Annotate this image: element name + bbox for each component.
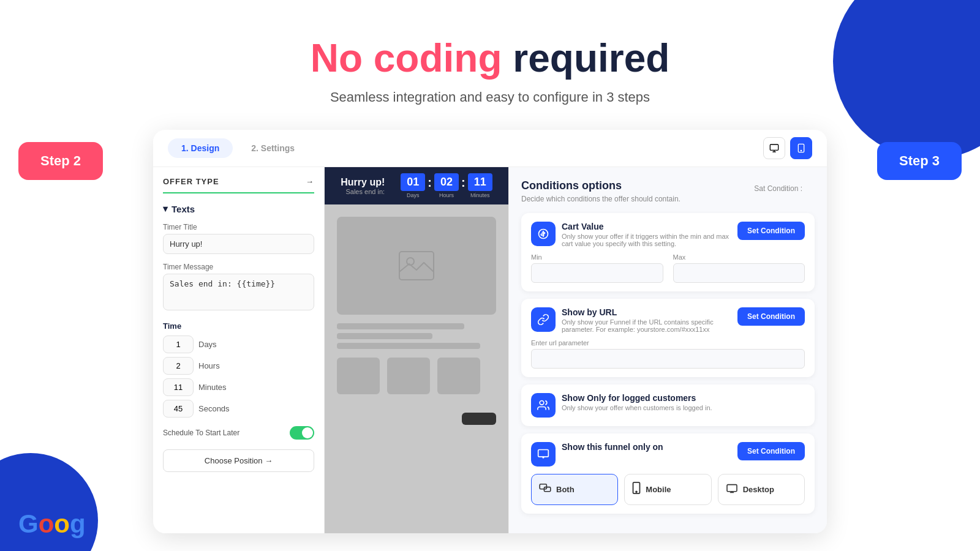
svg-rect-11: [540, 484, 546, 489]
condition-funnel-only: Show this funnel only on Set Condition B…: [521, 433, 815, 514]
cart-value-desc: Only show your offer if it triggers with…: [562, 233, 731, 247]
offer-type-header: OFFER TYPE →: [163, 177, 314, 193]
url-condition-desc: Only show your Funnel if the URL contain…: [562, 318, 731, 333]
time-row-hours: Hours: [163, 357, 314, 375]
cart-value-name: Cart Value: [562, 222, 731, 231]
funnel-icon: [531, 442, 556, 467]
time-seconds-input[interactable]: [163, 400, 194, 418]
max-input[interactable]: [673, 263, 805, 283]
time-row-seconds: Seconds: [163, 400, 314, 418]
texts-label: ▾ Texts: [163, 203, 314, 214]
step3-badge: Step 3: [877, 142, 962, 180]
timer-sep1: :: [428, 176, 432, 190]
time-days-input[interactable]: [163, 335, 194, 353]
google-o1: o: [39, 509, 55, 538]
headline-normal2: required: [513, 36, 669, 80]
time-hours-unit: Hours: [198, 361, 220, 370]
timer-message-input[interactable]: Sales end in: {{time}}: [163, 274, 314, 310]
subheadline: Seamless integration and easy to configu…: [0, 89, 980, 105]
device-options-row: Both Mobile Desktop: [531, 474, 805, 505]
svg-rect-15: [727, 485, 737, 492]
logged-condition-text: Show Only for logged customers Only show…: [562, 393, 805, 411]
both-icon: [539, 482, 551, 497]
preview-thumb-3: [437, 358, 480, 394]
conditions-subtitle: Decide which conditions the offer should…: [521, 195, 815, 203]
condition-cart-value-header: Cart Value Only show your offer if it tr…: [531, 222, 805, 247]
funnel-condition-text: Show this funnel only on: [562, 442, 731, 452]
svg-point-10: [543, 457, 544, 459]
timer-title-input[interactable]: [163, 234, 314, 254]
time-minutes-unit: Minutes: [198, 383, 227, 392]
time-row-minutes: Minutes: [163, 378, 314, 396]
timer-message-group: Timer Message Sales end in: {{time}}: [163, 263, 314, 313]
condition-cart-value: Cart Value Only show your offer if it tr…: [521, 213, 815, 291]
min-max-row: Min Max: [531, 253, 805, 283]
google-o2: o: [54, 509, 70, 538]
timer-bar-subtitle: Sales end in:: [341, 188, 390, 195]
device-option-mobile[interactable]: Mobile: [624, 474, 711, 505]
position-btn[interactable]: Choose Position →: [163, 449, 314, 472]
preview-dark-btn: [462, 413, 496, 425]
headline-highlight: No coding: [311, 36, 502, 80]
url-param-label: Enter url parameter: [531, 339, 805, 347]
texts-section: ▾ Texts Timer Title Timer Message Sales …: [163, 203, 314, 313]
svg-point-14: [636, 492, 637, 493]
cart-value-text: Cart Value Only show your offer if it tr…: [562, 222, 731, 247]
device-desktop-label: Desktop: [743, 485, 774, 494]
sat-condition-label: Sat Condition :: [754, 184, 802, 193]
timer-message-label: Timer Message: [163, 263, 314, 271]
schedule-label: Schedule To Start Later: [163, 429, 239, 437]
left-panel: OFFER TYPE → ▾ Texts Timer Title Timer M…: [153, 167, 325, 533]
center-preview: Hurry up! Sales end in: 01 Days : 02 Hou…: [325, 167, 508, 533]
max-box: Max: [673, 253, 805, 283]
condition-logged-customers: Show Only for logged customers Only show…: [521, 384, 815, 426]
card-top-bar: 1. Design 2. Settings: [153, 130, 827, 167]
url-input-row: Enter url parameter: [531, 339, 805, 369]
time-minutes-input[interactable]: [163, 378, 194, 396]
device-icons: [763, 137, 812, 159]
set-condition-funnel-btn[interactable]: Set Condition: [737, 442, 805, 460]
svg-point-8: [540, 401, 544, 405]
time-label: Time: [163, 321, 314, 331]
timer-hours-block: 02 Hours: [434, 173, 459, 198]
device-option-both[interactable]: Both: [531, 474, 618, 505]
step2-badge: Step 2: [18, 142, 103, 180]
preview-thumb-2: [387, 358, 430, 394]
svg-rect-5: [399, 252, 434, 280]
set-condition-url-btn[interactable]: Set Condition: [737, 307, 805, 326]
device-desktop-btn[interactable]: [763, 137, 785, 159]
main-content: Step 2 Step 3 1. Design 2. Settings: [0, 130, 980, 533]
svg-rect-0: [770, 144, 778, 150]
set-condition-cart-btn[interactable]: Set Condition: [737, 222, 805, 240]
schedule-toggle[interactable]: [290, 426, 314, 440]
timer-minutes-block: 11 Minutes: [468, 173, 492, 198]
tab-settings[interactable]: 2. Settings: [238, 138, 308, 158]
time-seconds-unit: Seconds: [198, 404, 230, 413]
ui-card: 1. Design 2. Settings OFFER TYPE →: [153, 130, 827, 533]
timer-numbers: 01 Days : 02 Hours : 11 Minutes: [401, 173, 492, 198]
condition-show-by-url: Show by URL Only show your Funnel if the…: [521, 299, 815, 377]
timer-minutes-label: Minutes: [468, 192, 492, 198]
min-input[interactable]: [531, 263, 663, 283]
preview-lines: [337, 323, 496, 349]
time-hours-input[interactable]: [163, 357, 194, 375]
device-option-desktop[interactable]: Desktop: [718, 474, 805, 505]
url-icon: [531, 307, 556, 332]
timer-days-block: 01 Days: [401, 173, 425, 198]
preview-btn-area: [325, 407, 508, 425]
timer-hours-label: Hours: [434, 192, 459, 198]
google-logo: Goog: [18, 509, 86, 539]
tab-design[interactable]: 1. Design: [168, 138, 233, 158]
timer-title-group: Timer Title: [163, 223, 314, 254]
timer-title-label: Timer Title: [163, 223, 314, 231]
device-mobile-btn[interactable]: [790, 137, 812, 159]
mobile-icon: [632, 482, 641, 497]
texts-arrow-icon: ▾: [163, 203, 168, 214]
time-days-unit: Days: [198, 340, 217, 349]
timer-bar: Hurry up! Sales end in: 01 Days : 02 Hou…: [325, 167, 508, 204]
time-section: Time Days Hours Minutes: [163, 321, 314, 418]
url-param-input[interactable]: [531, 349, 805, 369]
right-panel: Conditions options Decide which conditio…: [508, 167, 827, 533]
logged-condition-name: Show Only for logged customers: [562, 393, 805, 403]
offer-type-arrow: →: [306, 177, 314, 186]
